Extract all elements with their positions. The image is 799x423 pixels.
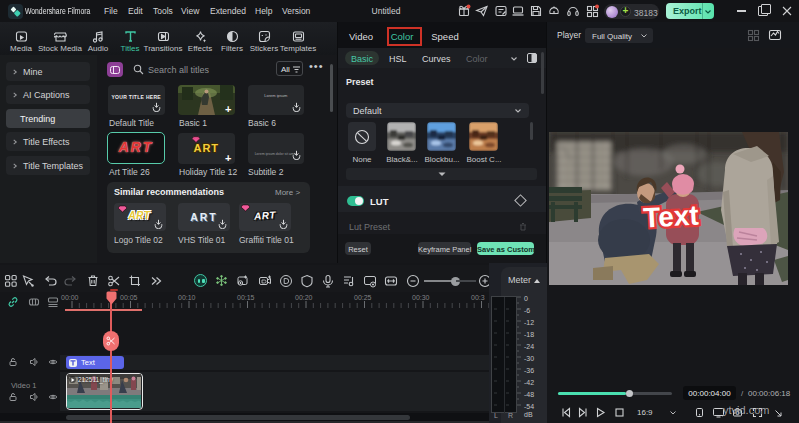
svg-text:Text: Text [642,200,699,234]
